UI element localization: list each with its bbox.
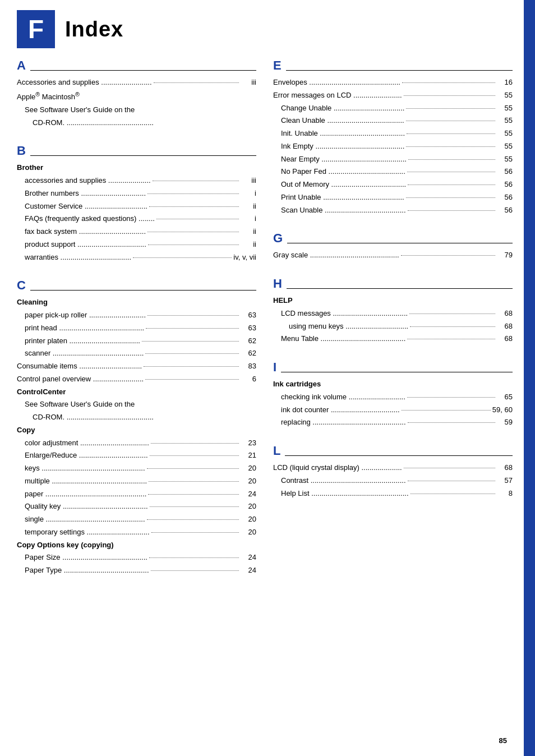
entry-label: Apple® Macintosh® (17, 89, 80, 104)
dots (147, 468, 239, 469)
page-number: 85 (499, 736, 507, 745)
entry-page: 24 (241, 551, 256, 564)
entry-paper-type: Paper Type .............................… (17, 564, 256, 577)
entry-cleaning: Cleaning (17, 296, 256, 309)
entry-customer-service: Customer Service .......................… (17, 200, 256, 213)
entry-control-panel: Control panel overview .................… (17, 373, 256, 386)
entry-page: 20 (241, 500, 256, 513)
dots (404, 95, 495, 96)
entry-label: Scan Unable ............................… (281, 204, 406, 217)
entry-lcd: LCD (liquid crystal display) ...........… (273, 462, 513, 474)
entry-label: Near Empty .............................… (281, 153, 407, 166)
entry-quality: Quality key ............................… (17, 500, 256, 513)
section-a-header: A (17, 59, 256, 72)
entry-page: i (241, 213, 256, 225)
chapter-letter-box: F (17, 10, 55, 48)
dots (411, 494, 495, 494)
entry-keys: keys ...................................… (17, 462, 256, 475)
entry-label: paper pick-up roller ...................… (25, 309, 146, 322)
entry-single: single .................................… (17, 513, 256, 526)
entry-label: Contrast ...............................… (281, 474, 406, 487)
dots (154, 82, 239, 83)
entry-label: No Paper Fed ...........................… (281, 165, 405, 178)
section-b-letter: B (17, 145, 26, 157)
entry-label: Copy Options key (copying) (17, 539, 114, 552)
entry-label: Error messages on LCD ..................… (273, 89, 402, 102)
dots (147, 519, 239, 520)
section-a-content: Accessories and supplies ...............… (17, 74, 256, 129)
entry-page: 20 (241, 513, 256, 526)
dots (151, 443, 239, 444)
section-h: H HELP LCD messages ....................… (273, 278, 513, 345)
section-h-letter: H (273, 278, 282, 290)
entry-label: paper ..................................… (25, 488, 146, 501)
entry-label: Envelopes ..............................… (273, 76, 400, 89)
dots (144, 366, 239, 367)
entry-consumable: Consumable items .......................… (17, 360, 256, 373)
dots (133, 257, 232, 258)
entry-paper: paper ..................................… (17, 488, 256, 501)
section-c-letter: C (17, 279, 26, 292)
entry-apple-see: See Software User's Guide on the (17, 104, 256, 117)
section-h-header: H (273, 278, 513, 290)
section-g: G Gray scale ...........................… (273, 232, 513, 262)
entry-brother-accessories: accessories and supplies ...............… (17, 174, 256, 187)
entry-out-memory: Out of Memory ..........................… (273, 178, 513, 191)
entry-label: ControlCenter (17, 386, 66, 399)
entry-page: 79 (497, 249, 513, 262)
entry-label: Copy (17, 424, 35, 437)
entry-label: Menu Table .............................… (281, 333, 405, 345)
dots (407, 172, 495, 172)
entry-label: temporary settings .....................… (25, 526, 150, 539)
entry-page: 57 (497, 474, 513, 487)
entry-page: 55 (497, 102, 513, 115)
entry-paper-size: Paper Size .............................… (17, 551, 256, 564)
entry-label: Change Unable ..........................… (281, 102, 404, 115)
entry-label: fax back system ........................… (25, 225, 146, 238)
dots (404, 468, 495, 468)
section-g-content: Gray scale .............................… (273, 247, 513, 262)
dots (407, 397, 495, 398)
entry-cdrom: CD-ROM. ................................… (17, 117, 256, 130)
dots (408, 481, 496, 481)
entry-no-paper: No Paper Fed ...........................… (273, 165, 513, 178)
entry-label: color adjustment .......................… (25, 437, 149, 450)
entry-grayscale: Gray scale .............................… (273, 249, 513, 262)
chapter-letter: F (28, 14, 44, 44)
entry-fax-back: fax back system ........................… (17, 225, 256, 238)
entry-label: See Software User's Guide on the (25, 398, 135, 411)
dots (407, 133, 495, 134)
dots (410, 326, 495, 327)
entry-label: Control panel overview .................… (17, 373, 144, 386)
section-i-header: I (273, 361, 513, 374)
section-l-letter: L (273, 445, 280, 457)
entry-page: ii (241, 200, 256, 213)
section-e: E Envelopes ............................… (273, 59, 513, 216)
entry-page: 24 (241, 488, 256, 501)
dots (402, 82, 495, 83)
entry-page: 20 (241, 462, 256, 475)
entry-label: product support ........................… (25, 238, 146, 251)
entry-page: 24 (241, 564, 256, 577)
entry-label: Print Unable ...........................… (281, 191, 404, 204)
entry-page: 83 (241, 360, 256, 373)
entry-page: 55 (497, 89, 513, 102)
entry-page: 68 (497, 307, 513, 320)
entry-label: Ink Empty ..............................… (281, 140, 404, 153)
dots (406, 146, 495, 147)
entry-page: ii (241, 225, 256, 238)
dots (409, 314, 495, 314)
section-i: I Ink cartridges checking ink volume ...… (273, 361, 513, 429)
entry-label: checking ink volume ....................… (281, 391, 405, 404)
entry-label: Customer Service .......................… (25, 200, 147, 213)
dots (408, 422, 495, 423)
entry-page: 68 (497, 320, 513, 333)
entry-label: warranties .............................… (25, 251, 131, 264)
entry-label: Gray scale .............................… (273, 249, 399, 262)
entry-copy: Copy (17, 424, 256, 437)
entry-warranties: warranties .............................… (17, 251, 256, 264)
dots (149, 481, 239, 482)
entry-enlarge: Enlarge/Reduce .........................… (17, 449, 256, 462)
dots (408, 210, 495, 211)
entry-replacing: replacing ..............................… (273, 416, 513, 429)
